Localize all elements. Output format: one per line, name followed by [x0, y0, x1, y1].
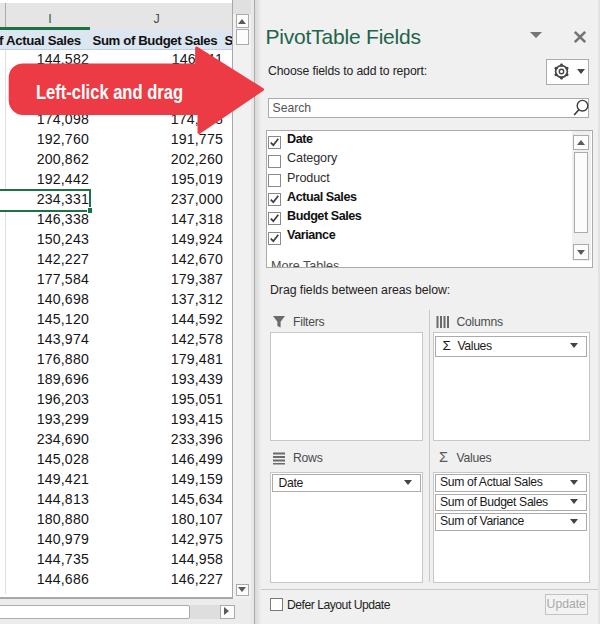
svg-text:Left-click and drag: Left-click and drag	[36, 80, 183, 103]
